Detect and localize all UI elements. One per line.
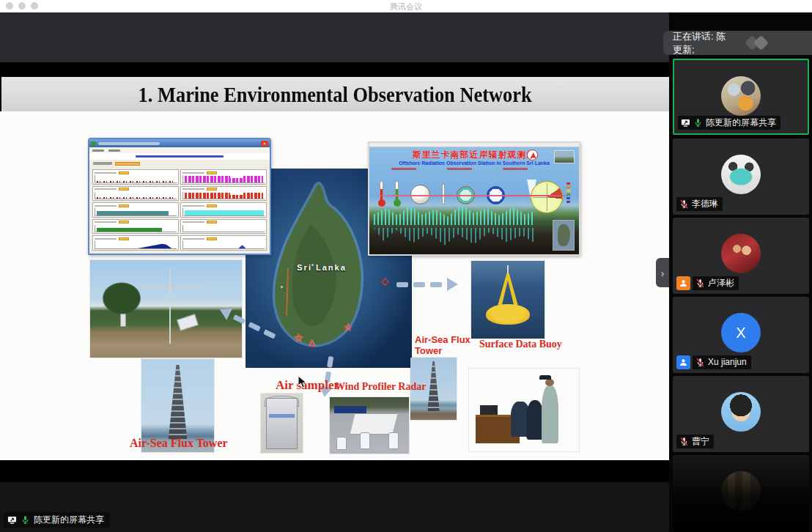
remote-cursor (298, 375, 308, 388)
participant-name-chip: Xu jianjun (693, 355, 751, 369)
person-icon (679, 358, 688, 367)
app-icon (91, 141, 96, 146)
participant-tile-cao-ning[interactable]: 曹宁 (673, 376, 809, 452)
avatar (721, 392, 761, 432)
station-thumbnail (554, 150, 575, 163)
thermometer-icon (395, 181, 399, 204)
member-badge-orange (676, 276, 690, 290)
avatar (721, 76, 761, 116)
participant-name-chip: 卢泽彬 (693, 276, 739, 290)
slide-title: 1. Marine Environmental Observation Netw… (139, 82, 532, 107)
mini-chart (180, 169, 267, 185)
mini-chart (180, 186, 267, 202)
member-badge-blue (676, 355, 690, 369)
wind-profiler-radar-photo (330, 397, 409, 454)
participant-tile-li-delin[interactable]: 李德琳 (673, 138, 809, 215)
mic-on-icon (21, 515, 30, 525)
app-header-row (89, 160, 270, 167)
participant-tile-partial[interactable] (673, 455, 809, 532)
mini-chart (92, 169, 179, 185)
station-marker-star: ☆ (344, 322, 353, 332)
screen-share-chip: 陈更新的屏幕共享 (4, 512, 110, 528)
monitor-chart-grid (89, 167, 270, 254)
mic-on-icon (693, 118, 703, 128)
app-menubar (89, 147, 270, 153)
screen-share-icon (681, 118, 690, 128)
speaking-banner: 正在讲话: 陈更新; (663, 31, 812, 55)
arrow-to-buoy (396, 278, 458, 291)
mini-chart (92, 235, 179, 251)
wind-rose-legend (566, 182, 570, 203)
dashboard-subtitle: Offshore Radiation Observation Station i… (369, 160, 579, 166)
mini-chart (180, 235, 267, 251)
participant-tile-chen-gengxin[interactable]: 陈更新的屏幕共享 (673, 59, 809, 135)
presentation-slide: 1. Marine Environmental Observation Netw… (0, 62, 669, 482)
mic-muted-icon (679, 437, 689, 446)
dashboard-window-chrome (369, 143, 579, 147)
mini-chart (92, 186, 179, 202)
avatar (721, 471, 761, 511)
avatar (721, 234, 761, 273)
speaking-banner-text: 正在讲话: 陈更新; (673, 30, 734, 56)
mic-muted-icon (679, 199, 689, 209)
participant-name-chip: 曹宁 (676, 435, 714, 448)
label-wind-profiler-radar: Wind Profiler Radar (335, 381, 426, 393)
app-title-text (98, 142, 160, 145)
participant-tile-xu-jianjun[interactable]: X (673, 297, 809, 373)
app-titlebar: × (89, 139, 270, 147)
participant-name-chip: 陈更新的屏幕共享 (678, 116, 780, 130)
participants-sidebar: 正在讲话: 陈更新; (669, 12, 812, 532)
dashboard-mini-labels (391, 168, 528, 170)
window-titlebar: 腾讯会议 (0, 0, 812, 12)
map-label: Sri Lanka (297, 263, 347, 272)
data-spikes (374, 228, 535, 250)
sidebar-collapse-button[interactable]: › (656, 258, 669, 287)
label-surface-data-buoy: Surface Data Buoy (479, 339, 562, 350)
window-title: 腾讯会议 (0, 1, 812, 12)
station-logo-icon (527, 149, 538, 160)
participant-tile-lu-zebin[interactable]: 卢泽彬 (673, 218, 809, 294)
mini-chart (180, 202, 267, 218)
label-air-sea-flux-tower-right: Air-Sea Flux Tower (415, 334, 470, 356)
station-marker-triangle: △ (309, 338, 315, 347)
shared-screen-stage: 1. Marine Environmental Observation Netw… (0, 12, 669, 532)
dashboard-title: 斯里兰卡南部近岸辐射观测站 (369, 149, 579, 161)
tencent-meeting-window: 腾讯会议 1. Marine Environmental Observation… (0, 0, 812, 532)
avatar: X (721, 313, 761, 352)
temperature-trace (375, 195, 573, 196)
screen-share-icon (7, 515, 17, 525)
mini-chart (92, 202, 179, 218)
app-status-line (89, 153, 270, 160)
tencent-meeting-logo-icon (744, 37, 805, 50)
air-sampler-photo (261, 394, 303, 453)
close-icon: × (261, 141, 268, 147)
slide-title-band: 1. Marine Environmental Observation Netw… (1, 77, 669, 111)
radiation-dashboard: 斯里兰卡南部近岸辐射观测站 Offshore Radiation Observa… (368, 141, 580, 256)
person-icon (679, 278, 688, 288)
wind-rose-icon (531, 181, 563, 213)
mic-muted-icon (695, 358, 705, 367)
sri-lanka-minimap (553, 220, 575, 251)
weather-monitor-app-window: × (88, 138, 271, 255)
participant-name-chip: 李德琳 (676, 197, 723, 211)
surface-buoy-photo (471, 261, 545, 339)
thermometer-icon (380, 181, 383, 204)
faded-overlay (701, 523, 781, 532)
rain-tube-icon (442, 184, 445, 204)
operations-room-photo (469, 369, 579, 451)
city-dot (281, 286, 283, 288)
slide-canvas: Sri Lanka ☆ △ ☆ × (0, 111, 669, 460)
label-air-sea-flux-tower: Air-Sea Flux Tower (130, 437, 228, 450)
mic-muted-icon (695, 278, 705, 288)
avatar (721, 155, 761, 194)
dashboard-gauges (380, 181, 505, 204)
mini-chart (180, 219, 267, 234)
route-diamond-marker: ◇ (381, 276, 388, 287)
mini-chart (92, 219, 179, 234)
